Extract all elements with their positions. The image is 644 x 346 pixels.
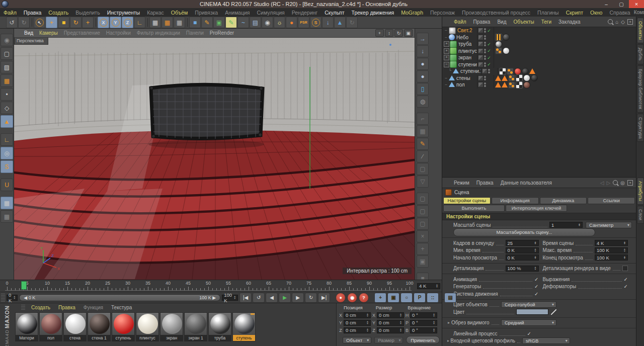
tab-настройки-сцены[interactable]: Настройки сцены: [443, 197, 491, 204]
om-menu-файл[interactable]: Файл: [450, 19, 470, 25]
polygons-mode-icon[interactable]: ▲: [1, 115, 13, 128]
material-tag-icon[interactable]: [531, 74, 538, 81]
light-object-icon[interactable]: ☼: [274, 17, 285, 28]
render-picture-viewer-icon[interactable]: ▦: [162, 17, 173, 28]
uv-tag-icon[interactable]: [499, 68, 506, 75]
preview-range-slider[interactable]: ◀ 0 K 100 K ▶: [19, 294, 220, 301]
enable-toggle[interactable]: ✓: [487, 28, 492, 33]
viewport-menu-камеры[interactable]: Камеры: [36, 30, 61, 36]
playhead[interactable]: [21, 281, 27, 290]
menu-персонаж[interactable]: Персонаж: [427, 10, 458, 16]
lock-z-axis-icon[interactable]: Z: [122, 17, 133, 28]
menu-справка[interactable]: Справка: [606, 10, 633, 16]
viewport-menu-настройки[interactable]: Настройки: [103, 30, 134, 36]
material-menu-функция[interactable]: Функция: [79, 305, 107, 310]
delete-icon[interactable]: ▯: [417, 83, 429, 95]
key-pla-button[interactable]: ::: [427, 293, 439, 303]
viewport-canvas[interactable]: Перспектива Интервал растра : 100 cm: [14, 38, 415, 280]
object-row-ступени-1[interactable]: └ступени.1: [442, 68, 636, 75]
viewport-menu-prorender[interactable]: ProRender: [207, 30, 237, 36]
object-row-ступени-2[interactable]: −ступени.2✓: [442, 61, 636, 68]
om-menu-вид[interactable]: Вид: [494, 19, 510, 25]
attr-menu-правка[interactable]: Правка: [473, 180, 497, 186]
menu-трекер-движения[interactable]: Трекер движения: [348, 10, 398, 16]
texture-mode-icon[interactable]: ▨: [1, 61, 13, 73]
grip-handle[interactable]: [1, 294, 5, 302]
menu-производственный-процесс[interactable]: Производственный процесс: [458, 10, 534, 16]
extrude-icon[interactable]: ▢: [417, 193, 429, 205]
points-mode-icon[interactable]: •: [1, 88, 13, 101]
apply-button[interactable]: Применить: [406, 336, 440, 344]
range-end-field[interactable]: 100 K▲▼: [222, 295, 238, 301]
make-editable-icon[interactable]: ◉: [1, 34, 13, 46]
uv-tag-icon[interactable]: [516, 81, 523, 89]
menu-симуляция[interactable]: Симуляция: [254, 10, 288, 16]
om-add-icon[interactable]: +: [627, 19, 633, 25]
om-menu-правка[interactable]: Правка: [470, 19, 494, 25]
attr-history-back-icon[interactable]: ◁: [600, 180, 604, 186]
enable-toggle[interactable]: ✓: [487, 42, 492, 47]
magnet-icon[interactable]: U: [1, 179, 13, 191]
cone-op-icon[interactable]: ▽: [417, 176, 429, 188]
layer-chip[interactable]: [478, 35, 484, 40]
expander-plus-icon[interactable]: +: [444, 41, 449, 47]
sphere-project-icon[interactable]: ◍: [417, 96, 429, 108]
add-point-icon[interactable]: +: [417, 243, 429, 255]
material-ступень[interactable]: ступень: [112, 312, 135, 341]
color-swatch[interactable]: [516, 309, 548, 315]
sds-tag-icon[interactable]: [502, 75, 508, 81]
move-tool-icon[interactable]: +: [46, 17, 57, 28]
layer-chip[interactable]: [478, 41, 484, 47]
layer-chip[interactable]: [478, 62, 484, 67]
goto-start-button[interactable]: |◀: [239, 293, 252, 303]
material-menu-создать[interactable]: Создать: [27, 305, 54, 310]
tab-ссылки[interactable]: Ссылки: [588, 197, 635, 204]
menu-анимация[interactable]: Анимация: [221, 10, 253, 16]
material-плинтус[interactable]: плинтус: [136, 312, 159, 341]
om-menu-закладка[interactable]: Закладка: [555, 19, 584, 25]
visibility-dots[interactable]: [484, 35, 486, 40]
snap-icon[interactable]: S: [1, 160, 13, 173]
visibility-dots[interactable]: [484, 55, 486, 60]
visibility-dots[interactable]: [484, 76, 486, 80]
layer-chip[interactable]: [478, 28, 484, 33]
floor-object-icon[interactable]: ▤: [250, 17, 261, 28]
attr-history-fwd-icon[interactable]: ▷: [607, 180, 611, 186]
menu-выделить[interactable]: Выделить: [72, 10, 103, 16]
expander-plus-icon[interactable]: +: [444, 55, 449, 60]
maximize-button[interactable]: ▢: [614, 0, 629, 8]
knife-tool-icon[interactable]: ✎: [417, 138, 429, 150]
material-стена-1[interactable]: стена 1: [88, 312, 111, 341]
phong-tag-icon[interactable]: [507, 68, 514, 75]
object-row-пол[interactable]: –пол: [442, 81, 636, 89]
visibility-dots[interactable]: [488, 69, 490, 73]
arch-tool-icon[interactable]: ⌐: [417, 113, 429, 125]
toggle-view-icon[interactable]: ▣: [404, 29, 413, 37]
visibility-dots[interactable]: [484, 42, 486, 46]
film-tag-icon[interactable]: [495, 34, 502, 41]
menu-привязка[interactable]: Привязка: [191, 10, 221, 16]
spline-smooth-icon[interactable]: ↓: [417, 45, 429, 57]
autokeying-button[interactable]: ◉: [347, 293, 357, 303]
menu-скрипт[interactable]: Скрипт: [562, 10, 587, 16]
weld-icon[interactable]: ×: [417, 230, 429, 242]
phong-tag-icon[interactable]: [508, 81, 515, 89]
key-position-button[interactable]: +: [374, 293, 386, 303]
workplane-mode-icon[interactable]: ▦: [1, 74, 13, 87]
material-menu-правка[interactable]: Правка: [54, 305, 79, 310]
side-tab-дубль[interactable]: Дубль: [637, 44, 644, 64]
add-primitive-icon[interactable]: ■: [189, 17, 201, 28]
material-tag-icon[interactable]: [523, 81, 530, 89]
viewport-solo-icon[interactable]: ◎: [1, 147, 13, 159]
bevel-icon[interactable]: ▢: [417, 218, 429, 230]
attr-new-window-icon[interactable]: +: [627, 180, 633, 186]
subdivision-surface-icon[interactable]: ▣: [213, 17, 225, 28]
attr-lock-icon[interactable]: ◎: [620, 180, 625, 186]
material-матери[interactable]: Матери: [15, 312, 38, 341]
close-button[interactable]: ×: [629, 0, 644, 8]
psr-transfer-icon[interactable]: PSR: [298, 17, 309, 28]
bridge-icon[interactable]: ▣: [417, 255, 429, 268]
redo-icon[interactable]: ↻: [18, 17, 30, 28]
material-стена[interactable]: стена: [63, 312, 87, 341]
viewport-menu-фильтр-индикации[interactable]: Фильтр индикации: [134, 30, 183, 36]
